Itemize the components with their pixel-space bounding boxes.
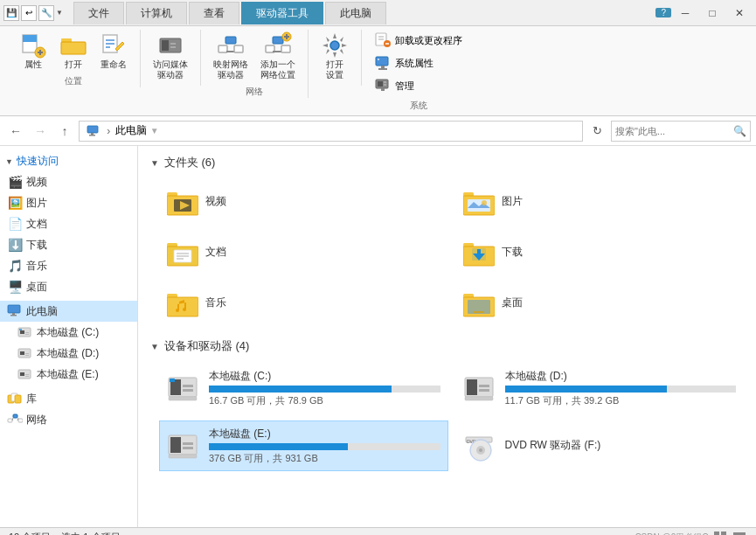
undo-icon[interactable]: ↩ xyxy=(21,5,37,21)
ribbon-btn-access-media[interactable]: 访问媒体驱动器 xyxy=(149,30,191,82)
folders-collapse-arrow[interactable]: ▼ xyxy=(150,158,159,168)
ribbon-btn-manage[interactable]: 管理 xyxy=(371,75,466,96)
sidebar-item-pictures[interactable]: 🖼️ 图片 xyxy=(0,192,137,213)
view-icons-btn[interactable] xyxy=(712,530,728,536)
view-list-btn[interactable] xyxy=(732,530,747,536)
folder-item-music[interactable]: 音乐 xyxy=(159,281,448,324)
search-bar[interactable]: 🔍 xyxy=(611,121,751,142)
search-input[interactable] xyxy=(615,126,733,136)
sidebar-item-music[interactable]: 🎵 音乐 xyxy=(0,255,137,276)
svg-rect-58 xyxy=(25,374,29,375)
documents-folder-name: 文档 xyxy=(205,245,226,260)
videos-folder-icon xyxy=(167,185,198,217)
drive-e[interactable]: 本地磁盘 (E:) 376 GB 可用，共 931 GB xyxy=(159,420,448,471)
ribbon-btn-uninstall[interactable]: 卸载或更改程序 xyxy=(371,30,466,51)
ribbon-btn-open[interactable]: 打开 xyxy=(56,30,91,72)
tab-view[interactable]: 查看 xyxy=(189,2,239,24)
folder-item-documents[interactable]: 文档 xyxy=(159,230,448,274)
tab-file[interactable]: 文件 xyxy=(73,2,124,24)
forward-button[interactable]: → xyxy=(30,121,51,142)
svg-rect-100 xyxy=(479,385,489,387)
svg-rect-40 xyxy=(381,88,385,91)
drive-c[interactable]: 本地磁盘 (C:) 16.7 GB 可用，共 78.9 GB xyxy=(159,363,448,413)
tab-drive-tools[interactable]: 驱动器工具 xyxy=(241,2,323,24)
main-area: ▼ 快速访问 🎬 视频 🖼️ 图片 📄 文档 ⬇️ 下载 🎵 音乐 xyxy=(0,146,756,527)
documents-folder-icon xyxy=(167,236,198,268)
ribbon-btn-properties[interactable]: 属性 xyxy=(16,30,51,72)
drive-d[interactable]: 本地磁盘 (D:) 11.7 GB 可用，共 39.2 GB xyxy=(455,363,745,413)
sidebar-this-pc[interactable]: 此电脑 xyxy=(0,301,137,322)
sidebar-drive-e[interactable]: 本地磁盘 (E:) xyxy=(0,364,137,385)
svg-rect-102 xyxy=(465,397,493,400)
sidebar-drive-d[interactable]: 本地磁盘 (D:) xyxy=(0,343,137,364)
ribbon-btn-open-settings[interactable]: 打开设置 xyxy=(317,30,352,82)
this-pc-sidebar-icon xyxy=(7,303,23,319)
svg-rect-32 xyxy=(376,57,388,66)
breadcrumb-arrow: ▼ xyxy=(150,126,159,135)
folder-item-desktop[interactable]: 桌面 xyxy=(455,281,745,324)
folder-item-pictures[interactable]: 图片 xyxy=(455,179,745,223)
close-button[interactable]: ✕ xyxy=(726,4,753,22)
back-button[interactable]: ← xyxy=(5,121,26,142)
svg-rect-1 xyxy=(23,35,37,42)
ribbon-btn-rename[interactable]: 重命名 xyxy=(96,30,131,72)
desktop-folder-name: 桌面 xyxy=(502,295,523,310)
sidebar-network[interactable]: 网络 xyxy=(0,409,137,430)
svg-rect-50 xyxy=(25,334,29,335)
drive-e-sidebar-icon xyxy=(17,366,33,382)
drive-f[interactable]: DVD DVD RW 驱动器 (F:) xyxy=(455,420,745,471)
drive-d-icon xyxy=(463,371,498,406)
drive-e-bar-bg xyxy=(209,443,440,450)
ribbon-btn-system-props[interactable]: 系统属性 xyxy=(371,52,466,73)
computer-icon xyxy=(87,124,101,138)
ribbon-group-access: 访问媒体驱动器 xyxy=(141,30,201,86)
up-button[interactable]: ↑ xyxy=(54,121,75,142)
tab-computer[interactable]: 计算机 xyxy=(126,2,187,24)
address-bar[interactable]: › 此电脑 ▼ xyxy=(79,121,583,142)
properties-icon[interactable]: 🔧 xyxy=(38,5,54,21)
sidebar-item-documents[interactable]: 📄 文档 xyxy=(0,213,137,234)
svg-rect-33 xyxy=(381,66,385,68)
save-icon[interactable]: 💾 xyxy=(3,5,19,21)
videos-sidebar-icon: 🎬 xyxy=(7,174,23,190)
access-media-label: 访问媒体驱动器 xyxy=(153,59,188,80)
svg-rect-99 xyxy=(467,379,477,395)
quick-toolbar-dropdown[interactable]: ▼ xyxy=(56,9,63,17)
navbar: ← → ↑ › 此电脑 ▼ ↻ 🔍 xyxy=(0,116,756,146)
svg-rect-37 xyxy=(378,81,383,87)
sidebar-item-videos[interactable]: 🎬 视频 xyxy=(0,171,137,192)
svg-point-113 xyxy=(470,440,491,461)
system-props-icon xyxy=(374,54,392,72)
svg-rect-101 xyxy=(479,389,489,392)
sidebar-quick-access-header[interactable]: ▼ 快速访问 xyxy=(0,151,137,171)
tab-this-pc[interactable]: 此电脑 xyxy=(325,2,386,24)
sidebar-drive-c[interactable]: 本地磁盘 (C:) xyxy=(0,322,137,343)
titlebar: 💾 ↩ 🔧 ▼ 文件 计算机 查看 驱动器工具 此电脑 ? ─ □ ✕ xyxy=(0,0,756,26)
drives-collapse-arrow[interactable]: ▼ xyxy=(150,342,159,351)
settings-group-items: 打开设置 xyxy=(317,30,352,82)
help-button[interactable]: ? xyxy=(655,8,671,17)
folders-section-label: 文件夹 (6) xyxy=(164,155,216,170)
ribbon-btn-add-network[interactable]: 添加一个网络位置 xyxy=(257,30,299,82)
svg-rect-18 xyxy=(234,45,243,52)
folder-item-downloads[interactable]: 下载 xyxy=(455,230,745,274)
downloads-folder-name: 下载 xyxy=(502,245,523,260)
ribbon-group-location: 属性 打开 重命名 位置 xyxy=(7,30,141,87)
svg-rect-53 xyxy=(20,351,24,355)
sidebar-item-downloads[interactable]: ⬇️ 下载 xyxy=(0,234,137,255)
svg-rect-51 xyxy=(19,329,22,330)
svg-point-75 xyxy=(482,200,487,205)
minimize-button[interactable]: ─ xyxy=(672,4,698,22)
sidebar-item-desktop[interactable]: 🖥️ 桌面 xyxy=(0,276,137,297)
svg-rect-59 xyxy=(25,376,29,377)
open-settings-label: 打开设置 xyxy=(326,59,343,80)
ribbon-tabs: 文件 计算机 查看 驱动器工具 此电脑 xyxy=(70,2,656,24)
maximize-button[interactable]: □ xyxy=(699,4,725,22)
svg-rect-55 xyxy=(25,355,29,356)
svg-rect-15 xyxy=(218,45,227,52)
folder-item-videos[interactable]: 视频 xyxy=(159,179,448,223)
sidebar-library[interactable]: 库 xyxy=(0,388,137,409)
refresh-button[interactable]: ↻ xyxy=(586,121,607,142)
ribbon-btn-map-network[interactable]: 映射网络驱动器 xyxy=(210,30,252,82)
svg-rect-105 xyxy=(183,442,193,445)
